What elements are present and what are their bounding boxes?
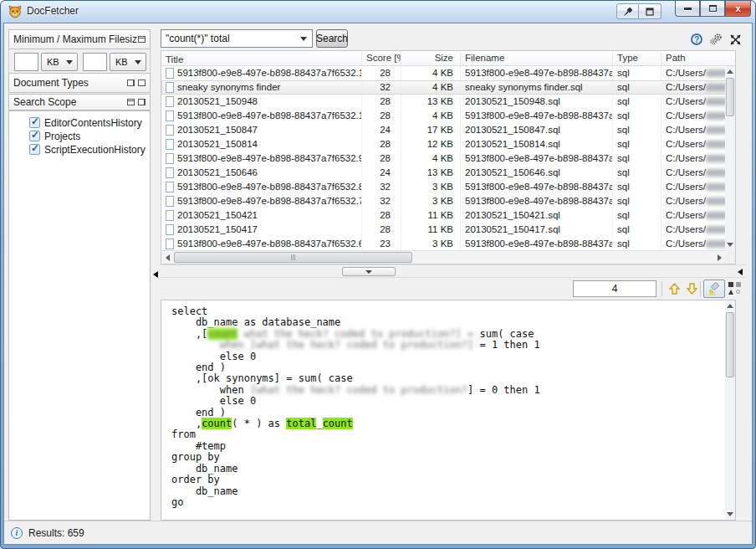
info-icon: i <box>11 527 23 539</box>
table-row[interactable]: 5913f800-e9e8-497e-b898-88437a7f6532.9 2… <box>161 151 735 166</box>
table-row[interactable]: 5913f800-e9e8-497e-b898-88437a7f6532.11 … <box>161 66 735 80</box>
document-icon <box>166 210 174 221</box>
column-header-filename[interactable]: Filename <box>461 51 613 65</box>
table-row[interactable]: sneaky synonyms finder 32 4 KB sneaky sy… <box>161 80 735 95</box>
scope-item-label: ScriptExecutionHistory <box>44 144 146 156</box>
preview-vscroll-thumb[interactable] <box>726 312 734 377</box>
checkbox-checked-icon[interactable]: ✓ <box>29 144 40 155</box>
scroll-up-icon[interactable] <box>727 304 733 308</box>
occurrence-counter-field[interactable]: 4 <box>573 280 656 297</box>
minimize-button[interactable] <box>675 1 700 17</box>
cell-filename: 5913f800-e9e8-497e-b898-88437a... <box>461 109 613 123</box>
next-occurrence-button[interactable] <box>683 280 700 298</box>
results-rows: 5913f800-e9e8-497e-b898-88437a7f6532.11 … <box>161 66 735 251</box>
layout-toggle-icon[interactable] <box>728 281 743 296</box>
titlebar[interactable]: DocFetcher x <box>1 1 755 23</box>
cell-type: sql <box>613 166 662 180</box>
table-vscroll-thumb[interactable] <box>726 78 734 116</box>
min-filesize-unit-select[interactable]: KB <box>41 53 78 71</box>
pin-button[interactable] <box>616 3 639 19</box>
max-filesize-unit-select[interactable]: KB <box>110 53 146 71</box>
cell-title: 20130521_150948 <box>177 95 258 109</box>
collapse-icon[interactable] <box>127 99 135 105</box>
table-row[interactable]: 5913f800-e9e8-497e-b898-88437a7f6532.6 2… <box>161 237 735 251</box>
filesize-panel-header[interactable]: Minimum / Maximum Filesiz <box>8 29 151 49</box>
scroll-down-icon[interactable] <box>727 243 733 247</box>
table-row[interactable]: 5913f800-e9e8-497e-b898-88437a7f6532.10 … <box>161 109 735 123</box>
maximize-panel-icon[interactable] <box>138 80 146 86</box>
cell-score: 24 <box>362 166 401 180</box>
cell-title: 5913f800-e9e8-497e-b898-88437a7f6532.6 <box>177 237 362 251</box>
min-filesize-input[interactable] <box>14 53 38 71</box>
scroll-right-icon[interactable] <box>718 254 722 261</box>
preview-sash[interactable] <box>161 264 745 278</box>
cell-score: 32 <box>362 80 401 95</box>
table-row[interactable]: 20130521_150417 28 11 KB 20130521_150417… <box>161 223 735 237</box>
cell-type: sql <box>613 237 662 251</box>
scroll-down-icon[interactable] <box>727 512 733 516</box>
search-input[interactable]: "count(*)" total <box>161 29 313 48</box>
document-icon <box>166 82 174 93</box>
table-row[interactable]: 5913f800-e9e8-497e-b898-88437a7f6532.8 3… <box>161 180 735 194</box>
cell-score: 24 <box>362 123 401 137</box>
restore-icon[interactable] <box>138 99 146 105</box>
help-icon: ? <box>691 33 702 45</box>
column-header-title[interactable]: Title <box>161 51 362 65</box>
cell-path: C:/Users/ <box>662 80 727 95</box>
cell-size: 13 KB <box>401 166 461 180</box>
cell-score: 32 <box>362 194 401 208</box>
tray-button[interactable] <box>639 3 662 19</box>
table-row[interactable]: 20130521_150948 28 13 KB 20130521_150948… <box>161 95 735 109</box>
search-query-text: "count(*)" total <box>166 33 300 44</box>
scroll-up-icon[interactable] <box>727 69 733 74</box>
search-button[interactable]: Search <box>316 29 348 48</box>
redacted-path <box>706 155 727 162</box>
table-row[interactable]: 20130521_150421 28 11 KB 20130521_150421… <box>161 208 735 223</box>
column-header-type[interactable]: Type <box>613 51 662 65</box>
scope-panel-title: Search Scope <box>13 96 127 108</box>
client-area: Minimum / Maximum Filesiz KB KB Document… <box>3 23 753 545</box>
cell-size: 3 KB <box>401 180 461 194</box>
collapse-sidebar-sash-icon[interactable] <box>153 271 158 278</box>
checkbox-checked-icon[interactable]: ✓ <box>29 131 40 141</box>
cell-score: 28 <box>362 66 401 80</box>
cell-score: 28 <box>362 137 401 151</box>
table-row[interactable]: 5913f800-e9e8-497e-b898-88437a7f6532.7 3… <box>161 194 735 208</box>
scope-item-scriptexecutionhistory[interactable]: ✓ ScriptExecutionHistory <box>29 143 146 156</box>
table-hscroll-thumb[interactable] <box>174 252 412 263</box>
table-vertical-scrollbar[interactable] <box>725 66 735 250</box>
table-row[interactable]: 20130521_150646 24 13 KB 20130521_150646… <box>161 166 735 180</box>
table-row[interactable]: 20130521_150847 24 17 KB 20130521_150847… <box>161 123 735 137</box>
preferences-button[interactable] <box>709 33 723 46</box>
redacted-path <box>706 183 727 191</box>
table-row[interactable]: 20130521_150814 28 12 KB 20130521_150814… <box>161 137 735 151</box>
cell-path: C:/Users/ <box>662 180 727 194</box>
doctypes-panel-header[interactable]: Document Types <box>8 73 151 93</box>
restore-icon[interactable] <box>127 80 135 86</box>
maximize-icon <box>709 5 717 12</box>
scope-item-projects[interactable]: ✓ Projects <box>29 130 80 142</box>
expand-search-button[interactable] <box>728 33 742 46</box>
scope-item-editorcontentshistory[interactable]: ✓ EditorContentsHistory <box>29 116 142 129</box>
table-horizontal-scrollbar[interactable] <box>161 250 725 264</box>
cell-size: 4 KB <box>401 66 461 80</box>
highlighting-toggle-button[interactable] <box>703 280 725 298</box>
help-button[interactable]: ? <box>690 33 703 46</box>
column-header-size[interactable]: Size <box>401 51 461 65</box>
preview-pane[interactable]: select db_name as database_name ,[count … <box>161 300 736 521</box>
preview-vertical-scrollbar[interactable] <box>725 300 735 520</box>
maximize-button[interactable] <box>700 1 725 17</box>
collapse-icon[interactable] <box>138 36 146 43</box>
sash-collapse-button[interactable] <box>342 267 396 276</box>
column-header-path[interactable]: Path <box>662 51 727 65</box>
scroll-left-icon[interactable] <box>166 254 170 261</box>
cell-filename: 5913f800-e9e8-497e-b898-88437a... <box>461 151 613 166</box>
scope-panel-header[interactable]: Search Scope <box>8 94 151 110</box>
collapse-right-sash-icon[interactable] <box>738 269 743 275</box>
previous-occurrence-button[interactable] <box>666 280 682 298</box>
column-header-score[interactable]: Score [%] <box>362 51 401 65</box>
close-button[interactable]: x <box>725 1 751 17</box>
max-filesize-input[interactable] <box>83 53 107 71</box>
checkbox-checked-icon[interactable]: ✓ <box>29 117 40 128</box>
cell-title: 20130521_150646 <box>177 166 258 180</box>
